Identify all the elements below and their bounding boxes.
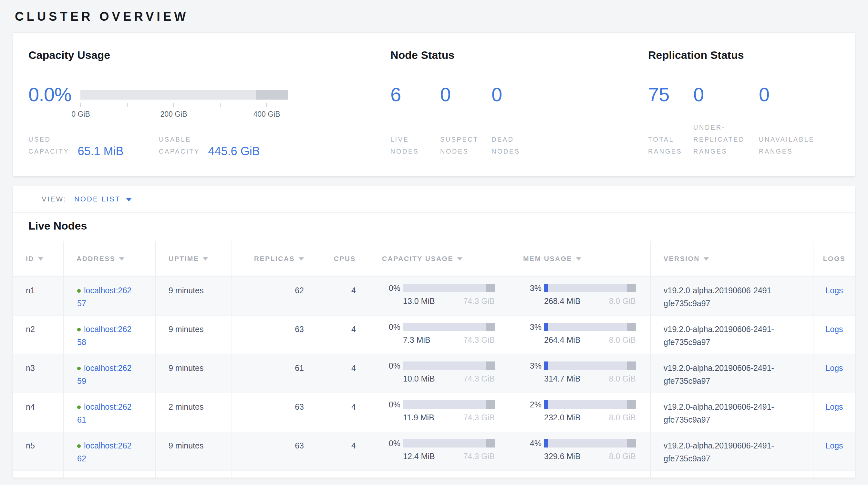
capacity-used-value: 7.3 MiB [403,335,430,345]
suspect-nodes-count: 0 [440,84,492,106]
mem-total-value: 8.0 GiB [609,296,636,306]
meter-tick-label: 0 GiB [71,110,90,119]
table-row: n4 localhost:262 61 2 minutes 63 4 0% 11… [13,393,855,432]
capacity-usage-cell: 0% 12.4 MiB 74.3 GiB [369,432,510,470]
logs-cell: Logs [813,277,855,315]
replicas-cell: 63 [232,393,317,432]
sort-arrow-icon [38,257,43,261]
view-mode-dropdown[interactable]: NODE LIST [74,195,132,203]
total-ranges-count: 75 [648,84,693,106]
used-capacity-stat: USED CAPACITY 65.1 MiB [28,134,159,158]
col-header-cpus: CPUS [317,241,369,277]
mem-usage-cell: 3% 314.7 MiB 8.0 GiB [510,354,651,393]
logs-cell: Logs [813,393,855,432]
node-address-link[interactable]: localhost:262 [84,286,131,295]
node-id-cell: n2 [13,316,64,354]
col-header-uptime[interactable]: UPTIME [156,241,232,277]
mem-bar-reserved [627,439,636,448]
capacity-total-value: 74.3 GiB [463,296,495,306]
node-address-cell: localhost:262 57 [64,277,156,315]
page-title: CLUSTER OVERVIEW [15,10,868,23]
logs-link[interactable]: Logs [826,325,843,334]
mem-used-value: 264.4 MiB [544,335,581,345]
node-id-cell: n5 [13,432,64,470]
mem-bar [544,439,636,448]
mem-usage-cell: 4% 329.6 MiB 8.0 GiB [510,432,651,470]
cluster-summary-card: Capacity Usage 0.0% 0 GiB 200 GiB 400 Gi… [13,33,855,176]
capacity-bar [403,439,495,448]
capacity-percent: 0.0% [28,84,81,106]
meter-tick-label: 400 GiB [253,110,280,119]
capacity-percent-label: 0% [383,361,400,371]
mem-percent-label: 3% [525,322,541,332]
unavailable-ranges-stat: 0 UNAVAILABLE RANGES [759,61,855,158]
col-header-address[interactable]: ADDRESS [64,241,156,277]
node-address-link[interactable]: 58 [77,338,86,347]
capacity-usage-cell: 0% 10.0 MiB 74.3 GiB [369,354,510,393]
col-header-capacity-usage[interactable]: CAPACITY USAGE [369,241,510,277]
col-header-version[interactable]: VERSION [651,241,813,277]
table-row: n2 localhost:262 58 9 minutes 63 4 0% 7.… [13,316,855,354]
col-header-replicas[interactable]: REPLICAS [232,241,317,277]
replicas-cell: 61 [232,354,317,393]
sort-arrow-icon [299,257,304,261]
mem-bar [544,362,636,370]
node-address-link[interactable]: localhost:262 [84,441,131,450]
version-cell: v19.2.0-alpha.20190606-2491- gfe735c9a97 [651,316,813,354]
view-mode-selected: NODE LIST [74,195,120,203]
logs-cell: Logs [813,316,855,354]
sort-arrow-icon [704,257,709,261]
capacity-percent-label: 0% [383,322,400,332]
cpus-cell: 4 [317,277,369,315]
col-header-id[interactable]: ID [13,241,64,277]
mem-bar-fill [544,400,548,409]
node-address-link[interactable]: 61 [77,415,86,424]
node-address-link[interactable]: localhost:262 [84,402,131,411]
live-nodes-title: Live Nodes [28,219,855,232]
replicas-cell: 63 [232,316,317,354]
logs-link[interactable]: Logs [826,402,843,411]
meter-tick [127,103,128,107]
node-address-link[interactable]: localhost:262 [84,325,131,334]
capacity-percent-label: 0% [383,438,400,448]
mem-used-value: 268.4 MiB [544,296,581,306]
table-row-clipped [13,471,855,478]
uptime-cell: 9 minutes [156,277,232,315]
live-nodes-stat: 6 LIVE NODES [391,61,440,158]
capacity-bar-reserved [486,323,495,331]
mem-total-value: 8.0 GiB [609,335,636,345]
replicas-cell: 63 [232,432,317,470]
node-address-link[interactable]: localhost:262 [84,364,131,372]
mem-total-value: 8.0 GiB [609,412,636,422]
logs-link[interactable]: Logs [826,364,843,372]
logs-link[interactable]: Logs [826,441,843,450]
view-bar: VIEW: NODE LIST [13,186,855,212]
used-capacity-value: 65.1 MiB [78,145,124,158]
mem-percent-label: 3% [525,361,541,371]
table-header-row: ID ADDRESS UPTIME REPLICAS CPUS CAPACITY… [13,241,855,277]
cpus-cell: 4 [317,354,369,393]
capacity-bar-reserved [486,284,495,292]
capacity-usage-section: Capacity Usage 0.0% 0 GiB 200 GiB 400 Gi… [28,49,391,158]
logs-link[interactable]: Logs [826,286,843,295]
col-header-mem-usage[interactable]: MEM USAGE [510,241,651,277]
meter-tick [220,103,221,107]
capacity-used-value: 10.0 MiB [403,374,435,383]
dead-nodes-stat: 0 DEAD NODES [492,61,588,158]
mem-bar [544,323,636,331]
capacity-total-value: 74.3 GiB [463,412,495,422]
capacity-bar-reserved [486,362,495,370]
node-address-link[interactable]: 57 [77,299,86,308]
node-id-cell: n4 [13,393,64,432]
node-live-icon [77,367,81,370]
capacity-bar [403,400,495,409]
mem-bar-reserved [627,284,636,292]
uptime-cell: 9 minutes [156,354,232,393]
under-replicated-count: 0 [693,84,759,106]
node-address-link[interactable]: 59 [77,376,86,386]
cpus-cell: 4 [317,432,369,470]
mem-percent-label: 3% [525,283,541,293]
mem-used-value: 314.7 MiB [544,374,581,383]
used-capacity-label: CAPACITY [28,145,69,158]
node-address-link[interactable]: 62 [77,454,86,463]
